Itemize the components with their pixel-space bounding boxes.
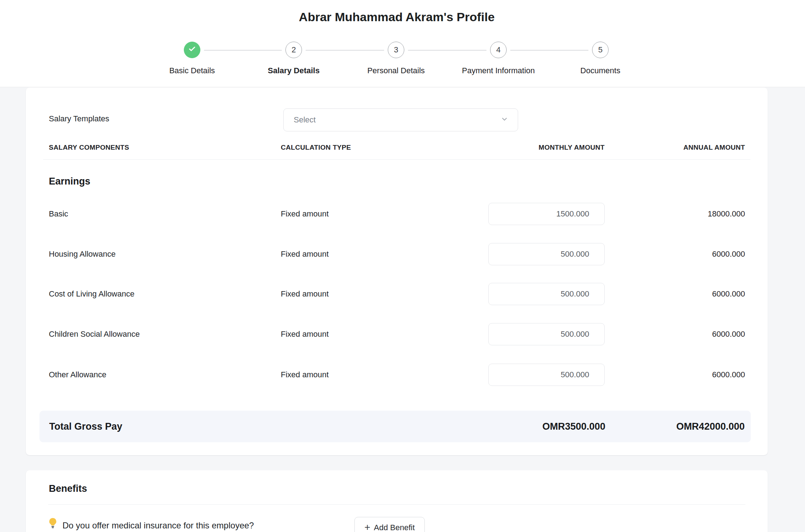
stepper-step-documents[interactable]: 5 Documents	[557, 42, 643, 75]
table-row: Children Social Allowance Fixed amount 6…	[26, 323, 768, 345]
page-title: Abrar Muhammad Akram's Profile	[26, 10, 768, 24]
column-header-salary-components: SALARY COMPONENTS	[49, 144, 129, 151]
component-name: Other Allowance	[49, 370, 106, 379]
check-icon	[188, 45, 196, 55]
earnings-section-title: Earnings	[49, 176, 90, 187]
monthly-amount-input[interactable]	[488, 203, 605, 225]
add-benefit-button[interactable]: + Add Benefit	[354, 517, 425, 532]
calculation-type: Fixed amount	[281, 330, 329, 339]
total-gross-pay-row: Total Gross Pay OMR3500.000 OMR42000.000	[39, 411, 751, 442]
step-label: Salary Details	[251, 66, 337, 75]
annual-amount: 6000.000	[712, 289, 745, 299]
column-header-calculation-type: CALCULATION TYPE	[281, 144, 351, 151]
step-number-circle: 3	[388, 42, 404, 58]
annual-amount: 18000.000	[708, 209, 745, 219]
annual-amount: 6000.000	[712, 370, 745, 379]
step-label: Payment Information	[455, 66, 541, 75]
benefits-section-title: Benefits	[49, 483, 87, 494]
monthly-amount-input[interactable]	[488, 364, 605, 386]
column-header-monthly-amount: MONTHLY AMOUNT	[539, 144, 605, 151]
benefits-card: Benefits Do you offer medical insurance …	[26, 470, 768, 532]
annual-amount: 6000.000	[712, 249, 745, 259]
step-label: Personal Details	[353, 66, 439, 75]
calculation-type: Fixed amount	[281, 289, 329, 299]
stepper-step-salary-details[interactable]: 2 Salary Details	[251, 42, 337, 75]
lightbulb-icon	[47, 517, 59, 529]
step-completed-circle	[184, 42, 200, 58]
medical-insurance-question: Do you offer medical insurance for this …	[62, 521, 254, 531]
component-name: Housing Allowance	[49, 249, 116, 259]
column-header-annual-amount: ANNUAL AMOUNT	[683, 144, 745, 151]
salary-templates-label: Salary Templates	[49, 114, 109, 123]
step-number-circle: 4	[490, 42, 507, 58]
plus-icon: +	[364, 522, 370, 532]
table-row: Cost of Living Allowance Fixed amount 60…	[26, 283, 768, 305]
component-name: Basic	[49, 209, 68, 219]
table-row: Housing Allowance Fixed amount 6000.000	[26, 243, 768, 265]
select-placeholder: Select	[294, 115, 501, 125]
stepper-step-basic-details[interactable]: Basic Details	[149, 42, 235, 75]
profile-wizard-header: Abrar Muhammad Akram's Profile Basic Det…	[0, 0, 805, 87]
component-name: Children Social Allowance	[49, 330, 140, 339]
add-benefit-label: Add Benefit	[374, 523, 415, 532]
calculation-type: Fixed amount	[281, 370, 329, 379]
salary-template-select[interactable]: Select	[283, 108, 518, 131]
chevron-down-icon	[501, 115, 508, 125]
total-monthly-amount: OMR3500.000	[542, 421, 605, 432]
stepper-step-personal-details[interactable]: 3 Personal Details	[353, 42, 439, 75]
total-gross-pay-label: Total Gross Pay	[49, 421, 122, 432]
annual-amount: 6000.000	[712, 330, 745, 339]
monthly-amount-input[interactable]	[488, 323, 605, 345]
calculation-type: Fixed amount	[281, 249, 329, 259]
calculation-type: Fixed amount	[281, 209, 329, 219]
component-name: Cost of Living Allowance	[49, 289, 134, 299]
salary-details-card: Salary Templates Select SALARY COMPONENT…	[26, 88, 768, 455]
table-row: Basic Fixed amount 18000.000	[26, 203, 768, 225]
salary-details-page: Abrar Muhammad Akram's Profile Basic Det…	[0, 0, 805, 532]
step-label: Documents	[557, 66, 643, 75]
benefits-divider	[48, 504, 745, 505]
step-number-circle: 5	[592, 42, 609, 58]
stepper-step-payment-information[interactable]: 4 Payment Information	[455, 42, 541, 75]
monthly-amount-input[interactable]	[488, 243, 605, 265]
monthly-amount-input[interactable]	[488, 283, 605, 305]
step-label: Basic Details	[149, 66, 235, 75]
table-row: Other Allowance Fixed amount 6000.000	[26, 364, 768, 386]
table-header-divider	[43, 159, 750, 160]
step-number-circle: 2	[285, 42, 302, 58]
total-annual-amount: OMR42000.000	[676, 421, 745, 432]
